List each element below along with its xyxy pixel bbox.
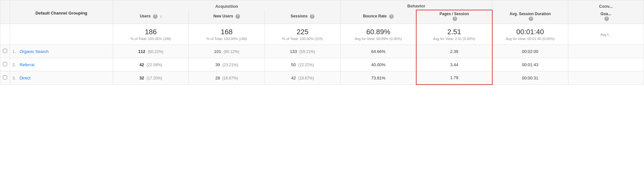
row-2-users-pct: (17.20%): [147, 76, 162, 80]
row-0-avgsession-value: 00:02:00: [522, 49, 538, 54]
analytics-table: Default Channel Grouping Acquisition Beh…: [0, 0, 644, 85]
goal-help-icon[interactable]: ?: [604, 16, 609, 21]
pages-session-subheader: Pages / Session ?: [416, 10, 492, 24]
row-1-users-value: 42: [139, 62, 144, 67]
conversion-label: Conv...: [599, 4, 613, 9]
totals-sessions-value: 225: [267, 28, 338, 36]
row-0-checkbox-cell[interactable]: [0, 45, 10, 58]
row-2-goal-cell: [568, 71, 644, 85]
row-1-users-pct: (22.58%): [147, 63, 162, 67]
row-2-avgsession-cell: 00:00:31: [492, 71, 568, 85]
row-1-avgsession-cell: 00:01:43: [492, 58, 568, 71]
row-0-checkbox[interactable]: [3, 49, 7, 53]
row-2-checkbox[interactable]: [3, 75, 7, 79]
row-1-channel-link[interactable]: Referral: [20, 62, 34, 67]
row-0-users-value: 112: [138, 49, 145, 54]
row-2-pages-cell: 1.79: [416, 71, 492, 85]
totals-sessions-sub: % of Total: 100.00% (225): [267, 37, 338, 41]
newusers-label: New Users: [213, 14, 233, 18]
row-1-avgsession-value: 00:01:43: [522, 62, 538, 67]
goal-label: Goa...: [601, 12, 611, 16]
row-0-users-cell: 112 (60.22%): [113, 45, 189, 58]
row-2-sessions-cell: 42 (18.67%): [264, 71, 340, 85]
newusers-subheader: New Users ?: [189, 10, 264, 24]
row-1-pages-value: 3.44: [450, 62, 458, 67]
totals-pages-cell: 2.51 Avg for View: 2.51 (0.00%): [416, 24, 492, 45]
row-1-newusers-pct: (23.21%): [222, 63, 238, 67]
row-1-goal-cell: [568, 58, 644, 71]
row-2-avgsession-value: 00:00:31: [522, 76, 538, 80]
avgsession-subheader: Avg. Session Duration ?: [492, 10, 568, 24]
acquisition-label: Acquisition: [215, 4, 238, 9]
row-2-channel-link[interactable]: Direct: [20, 76, 31, 80]
totals-users-value: 186: [116, 28, 186, 36]
bouncerate-help-icon[interactable]: ?: [389, 14, 394, 19]
totals-avgsession-sub: Avg for View: 00:01:40 (0.00%): [495, 37, 565, 41]
row-0-newusers-pct: (60.12%): [224, 49, 239, 54]
sessions-subheader: Sessions ?: [264, 10, 340, 24]
avg-session-group-header: [492, 0, 568, 10]
pages-session-help-icon[interactable]: ?: [453, 16, 457, 21]
acquisition-group-header: Acquisition: [113, 0, 341, 10]
newusers-help-icon[interactable]: ?: [235, 14, 240, 19]
users-help-icon[interactable]: ?: [153, 14, 158, 19]
bouncerate-label: Bounce Rate: [363, 14, 387, 18]
row-1-checkbox-cell[interactable]: [0, 58, 10, 71]
row-1-newusers-cell: 39 (23.21%): [189, 58, 264, 71]
goal-subheader: Goa... ?: [568, 10, 644, 24]
totals-newusers-cell: 168 % of Total: 100.00% (168): [189, 24, 264, 45]
totals-checkbox-cell: [0, 24, 10, 45]
bouncerate-subheader: Bounce Rate ?: [341, 10, 416, 24]
row-1-sessions-cell: 50 (22.22%): [264, 58, 340, 71]
row-1-sessions-value: 50: [291, 62, 296, 67]
row-0-goal-cell: [568, 45, 644, 58]
row-1-sessions-pct: (22.22%): [298, 63, 314, 67]
row-0-bouncerate-cell: 64.66%: [341, 45, 416, 58]
row-1-pages-cell: 3.44: [416, 58, 492, 71]
table-row: 3. Direct 32 (17.20%) 28 (16.67%) 42 (18…: [0, 71, 644, 85]
totals-users-sub: % of Total: 100.00% (186): [116, 37, 186, 41]
totals-newusers-sub: % of Total: 100.00% (168): [191, 37, 262, 41]
row-2-pages-value: 1.79: [450, 75, 458, 80]
row-2-sessions-value: 42: [291, 76, 296, 80]
row-2-num: 3.: [13, 76, 16, 80]
row-2-newusers-cell: 28 (16.67%): [189, 71, 264, 85]
row-1-checkbox[interactable]: [3, 62, 7, 66]
totals-pages-value: 2.51: [419, 28, 489, 36]
row-2-sessions-pct: (18.67%): [298, 76, 314, 80]
totals-goal-sub: Avg f...: [571, 33, 641, 36]
row-0-channel-link[interactable]: Organic Search: [20, 49, 49, 54]
row-2-newusers-value: 28: [215, 76, 220, 80]
row-2-newusers-pct: (16.67%): [222, 76, 238, 80]
row-2-checkbox-cell[interactable]: [0, 71, 10, 85]
row-2-channel-cell: 3. Direct: [10, 71, 113, 85]
behavior-label: Behavior: [407, 4, 425, 8]
row-1-channel-cell: 2. Referral: [10, 58, 113, 71]
totals-pages-sub: Avg for View: 2.51 (0.00%): [419, 37, 489, 41]
avgsession-help-icon[interactable]: ?: [529, 16, 533, 21]
totals-users-cell: 186 % of Total: 100.00% (186): [113, 24, 189, 45]
row-0-sessions-pct: (59.11%): [299, 49, 315, 54]
totals-sessions-cell: 225 % of Total: 100.00% (225): [264, 24, 340, 45]
totals-goal-cell: Avg f...: [568, 24, 644, 45]
row-2-bouncerate-value: 73.81%: [371, 76, 385, 80]
totals-newusers-value: 168: [191, 28, 262, 36]
totals-row: 186 % of Total: 100.00% (186) 168 % of T…: [0, 24, 644, 45]
sessions-help-icon[interactable]: ?: [310, 14, 314, 19]
group-header-row: Default Channel Grouping Acquisition Beh…: [0, 0, 644, 10]
row-1-bouncerate-value: 40.00%: [371, 62, 385, 67]
table-row: 2. Referral 42 (22.58%) 39 (23.21%) 50 (…: [0, 58, 644, 71]
row-0-newusers-cell: 101 (60.12%): [189, 45, 264, 58]
sessions-label: Sessions: [291, 14, 308, 18]
totals-avgsession-cell: 00:01:40 Avg for View: 00:01:40 (0.00%): [492, 24, 568, 45]
totals-bouncerate-sub: Avg for View: 60.89% (0.00%): [343, 37, 413, 41]
row-0-sessions-cell: 133 (59.11%): [264, 45, 340, 58]
totals-bouncerate-cell: 60.89% Avg for View: 60.89% (0.00%): [341, 24, 416, 45]
row-1-newusers-value: 39: [215, 62, 220, 67]
row-0-sessions-value: 133: [290, 49, 297, 54]
row-2-bouncerate-cell: 73.81%: [341, 71, 416, 85]
row-0-newusers-value: 101: [214, 49, 221, 54]
row-2-users-cell: 32 (17.20%): [113, 71, 189, 85]
row-0-num: 1.: [13, 49, 16, 54]
users-sort-icon[interactable]: ↓: [160, 14, 162, 18]
